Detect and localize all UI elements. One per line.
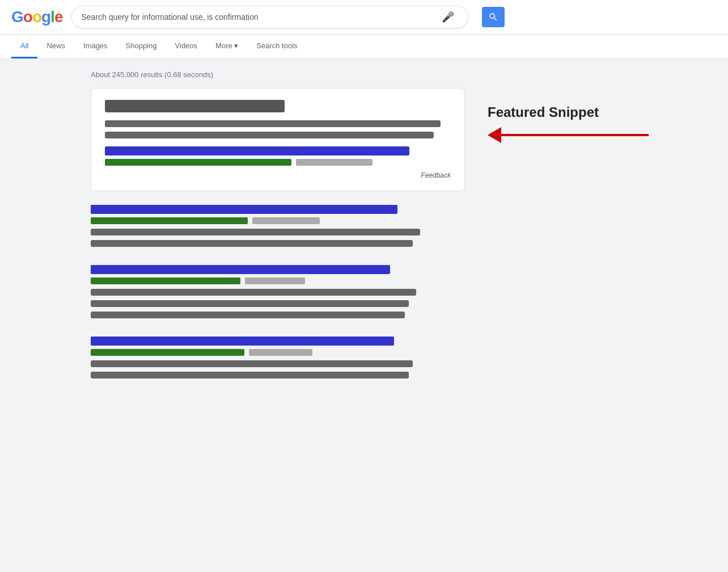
feedback-label[interactable]: Feedback [105, 171, 451, 179]
snippet-url-row [105, 159, 451, 166]
navbar: All News Images Shopping Videos More ▾ S… [0, 35, 728, 59]
snippet-text-line-2 [105, 132, 434, 138]
search-result-3 [91, 337, 465, 378]
arrow-annotation [488, 127, 649, 143]
snippet-blue-bar[interactable] [105, 146, 409, 155]
search-bar: 🎤 [71, 6, 468, 28]
result-1-url-green [91, 217, 248, 224]
arrow-head-icon [488, 127, 501, 143]
main-content: About 245,000 results (0.68 seconds) Fee… [0, 59, 728, 408]
nav-item-news[interactable]: News [37, 35, 74, 58]
nav-item-images[interactable]: Images [74, 35, 117, 58]
search-input[interactable] [81, 12, 442, 22]
featured-snippet-label: Featured Snippet [488, 104, 599, 120]
result-1-text-2 [91, 240, 413, 247]
result-3-url-green [91, 349, 244, 356]
result-2-text-3 [91, 312, 405, 318]
nav-item-all[interactable]: All [11, 35, 37, 58]
result-3-title[interactable] [91, 337, 394, 346]
result-2-title[interactable] [91, 265, 390, 274]
result-2-text-2 [91, 300, 409, 307]
result-3-text-2 [91, 372, 409, 378]
nav-item-search-tools[interactable]: Search tools [247, 35, 306, 58]
google-logo: Google [11, 8, 62, 26]
result-1-text-1 [91, 229, 420, 235]
search-result-2 [91, 265, 465, 318]
result-2-text-1 [91, 289, 416, 296]
search-icon [488, 12, 498, 22]
nav-item-more[interactable]: More ▾ [206, 35, 247, 58]
result-2-url-green [91, 277, 240, 284]
annotation-column: Featured Snippet [476, 70, 717, 397]
snippet-green-bar [105, 159, 291, 166]
results-count: About 245,000 results (0.68 seconds) [91, 70, 465, 79]
result-3-text-1 [91, 360, 413, 367]
featured-snippet-box: Feedback [91, 88, 465, 191]
result-3-url-gray [249, 349, 312, 356]
results-column: About 245,000 results (0.68 seconds) Fee… [91, 70, 465, 397]
nav-item-videos[interactable]: Videos [166, 35, 207, 58]
result-1-url-gray [252, 217, 320, 224]
snippet-gray-bar [296, 159, 372, 166]
arrow-line [501, 134, 649, 136]
nav-item-shopping[interactable]: Shopping [117, 35, 166, 58]
result-1-title[interactable] [91, 205, 397, 214]
search-result-1 [91, 205, 465, 247]
snippet-title-bar [105, 100, 285, 112]
microphone-icon[interactable]: 🎤 [442, 11, 454, 23]
snippet-text-line-1 [105, 120, 441, 127]
result-2-url-gray [245, 277, 305, 284]
search-button[interactable] [482, 7, 505, 27]
header: Google 🎤 [0, 0, 728, 35]
